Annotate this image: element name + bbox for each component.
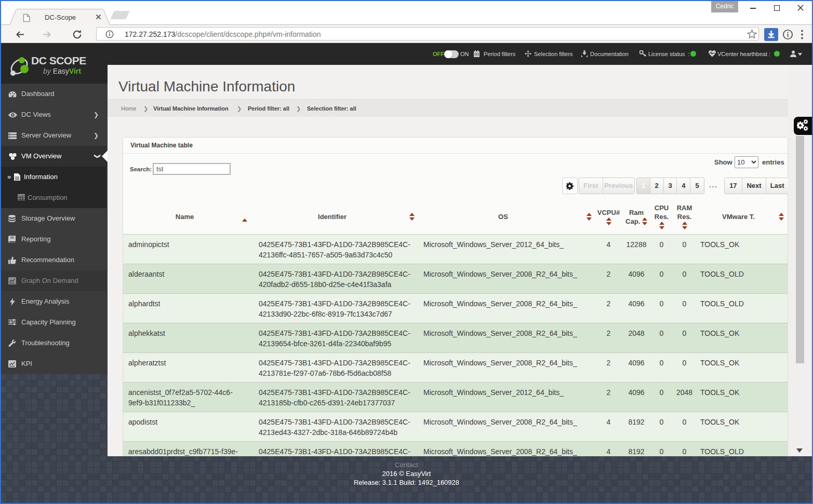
svg-text:DC SCOPE: DC SCOPE (31, 55, 86, 66)
svg-text:by EasyVirt: by EasyVirt (43, 67, 81, 75)
